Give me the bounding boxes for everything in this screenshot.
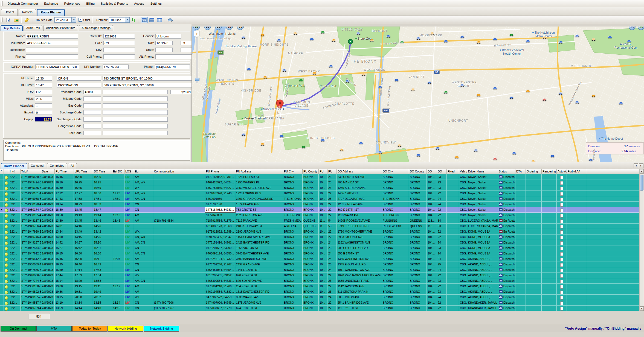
vehicle-icon[interactable] [263,76,268,79]
column-header-est-do[interactable]: Est DO [112,169,124,174]
field-code-desc[interactable] [103,110,168,115]
vehicle-icon[interactable] [627,40,631,43]
vehicle-icon[interactable] [430,32,434,35]
vehicle-icon[interactable] [260,33,265,36]
field-code-desc[interactable] [103,117,168,122]
column-header-fixed[interactable]: Fixed [447,169,459,174]
field-amount[interactable] [170,90,192,94]
npi-field[interactable] [103,65,129,69]
main-tab-route-planner[interactable]: Route Planner [37,9,65,16]
auto-assign-checkbox[interactable] [560,192,563,196]
vehicle-icon[interactable] [397,144,402,147]
field-code-desc[interactable] [103,90,168,94]
trip-row[interactable]: 522...STY-1949746-A2/8/202314:0014:1514:… [0,235,639,240]
trip-row[interactable]: 522...STY-1949639-B2/8/202315:4516:0016:… [0,174,639,180]
field-address[interactable] [103,83,192,87]
vehicle-icon[interactable] [619,102,623,105]
field-code-desc[interactable] [103,96,168,101]
trip-row[interactable]: 522...STY-1949494-B2/8/202316:1016:2516:… [0,180,639,185]
menu-exchange[interactable]: Exchange [41,1,61,6]
provider-phone-field[interactable] [155,65,190,69]
field-state-[interactable] [155,48,173,52]
vehicle-icon[interactable] [329,65,333,68]
zoom-in-button[interactable]: + [194,31,199,36]
column-header-los[interactable]: LOS [124,169,134,174]
vehicle-icon[interactable] [509,33,514,36]
vehicle-icon[interactable] [260,143,265,146]
field-alt-phone-[interactable] [155,54,192,59]
column-header-pu[interactable]: PU [319,169,327,174]
legend-network-bidding[interactable]: Network Bidding [144,326,179,332]
trip-row[interactable]: 522...STY-1948006-B2/8/202317:4417:5917:… [0,273,639,278]
vehicle-icon[interactable] [241,36,246,39]
vehicle-icon[interactable] [460,35,465,38]
toolbar-gripper[interactable] [1,1,3,6]
vehicle-icon[interactable] [416,154,421,157]
vehicle-icon[interactable] [241,133,246,136]
zoom-slider-handle[interactable] [195,78,199,81]
vehicle-icon[interactable] [298,78,303,81]
field-gas-code-[interactable] [83,103,101,108]
field-surcharge-f-code-[interactable] [83,117,101,122]
field-insurance-[interactable] [26,41,78,45]
column-header-row-state[interactable] [4,169,9,174]
field-gender-[interactable] [155,34,181,39]
trip-row[interactable]: 522...STY-1950039-A2/8/202316:2516:4016:… [0,262,639,267]
auto-assign-checkbox[interactable] [560,285,563,289]
column-header-eq[interactable]: Eq [134,169,153,174]
vehicle-icon[interactable] [312,72,317,75]
auto-assign-checkbox[interactable] [560,230,563,234]
trip-row[interactable]: 522...STY-1947980-B2/8/202313:3413:4913:… [0,229,639,235]
column-header-pu-city[interactable]: PU City [283,169,303,174]
comments-box[interactable]: Comments: Directions: PU: OLD KINGSBRIDG… [3,140,190,161]
legend-network-bidding[interactable]: Network bidding [108,326,143,332]
refresh-now-button[interactable] [130,17,137,23]
view-grid-button[interactable] [156,17,163,23]
field-surcharge-code-[interactable] [83,110,101,115]
strict-checkbox[interactable]: ✓ [79,18,82,22]
view-list-button[interactable] [148,17,155,23]
scroll-up-icon[interactable]: ▲ [640,169,644,174]
grid-tab-route-planner[interactable]: Route Planner [1,163,27,169]
refresh-dropdown-icon[interactable]: ▼ [125,17,129,22]
menu-statistics-reports[interactable]: Statistics & Reports [98,1,131,6]
vehicle-icon[interactable] [493,37,497,40]
trip-row[interactable]: 522...STY-1949988-B2/8/202317:4317:5817:… [0,196,639,202]
auto-assign-checkbox[interactable] [560,181,563,185]
auto-assign-checkbox[interactable] [560,219,563,223]
vehicle-icon[interactable] [320,31,325,34]
vehicle-icon[interactable] [279,134,284,137]
trip-row[interactable]: 522...STY-1949557-A2/8/202313:1913:3413:… [0,300,639,306]
trip-row[interactable]: 522...STY-1950101-A2/8/202317:1217:2718:… [0,191,639,196]
provider-name-field[interactable] [35,65,79,69]
field-toll-code-[interactable] [83,131,101,135]
vehicle-icon[interactable] [460,84,465,87]
menu-dispatch-commander[interactable]: Dispatch Commander [5,1,41,6]
trip-row[interactable]: 522...STY-1949739-A2/8/202313:5914:1414:… [0,306,639,311]
field-mileage-code-[interactable] [83,96,101,101]
vehicle-icon[interactable] [526,40,530,43]
vehicle-icon[interactable] [591,94,596,97]
vehicle-icon[interactable] [591,38,596,41]
auto-assign-checkbox[interactable] [560,269,563,272]
add-trip-button[interactable] [13,17,20,23]
grid-tabs-scroll-right[interactable]: ► [639,163,643,168]
detail-tab-auto-assign-offerings[interactable]: Auto Assign Offerings [79,25,113,31]
detail-tab-additional-patient-info[interactable]: Additional Patient Info [43,25,78,31]
trip-row[interactable]: 522...STY-1947574-B2/8/202315:2715:4215:… [0,245,639,251]
grid-tab-completed[interactable]: Completed [47,163,67,169]
field-pu-time-[interactable] [35,76,52,81]
auto-assign-checkbox[interactable] [560,209,563,212]
vehicle-icon[interactable] [411,88,415,91]
field-do-time-[interactable] [35,83,52,87]
column-header-do-time[interactable]: DO Time [93,169,112,174]
main-tab-rosters[interactable]: Rosters [19,9,36,16]
vehicle-icon[interactable] [575,34,579,37]
route-map[interactable]: + Duration: 17 minutes Distance: 2.56 mi… [192,27,644,167]
auto-assign-checkbox[interactable] [560,296,563,300]
field-name-[interactable] [26,34,78,39]
trip-row[interactable]: 522...STY-1947744-B2/8/202318:1418:2918:… [0,278,639,284]
column-header-pu-address[interactable]: PU Address [235,169,283,174]
pickup-marker[interactable] [348,39,353,44]
auto-assign-checkbox[interactable] [560,291,563,294]
